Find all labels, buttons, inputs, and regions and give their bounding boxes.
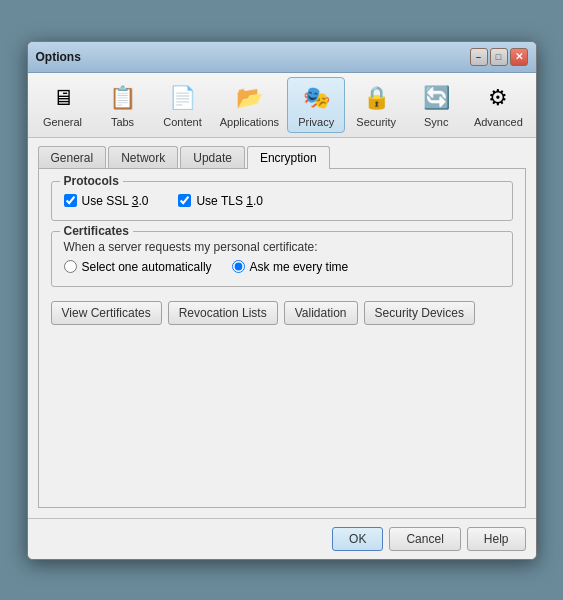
toolbar-item-privacy[interactable]: 🎭 Privacy bbox=[287, 77, 345, 133]
protocols-group: Protocols Use SSL 3.0 Use TLS 1.0 bbox=[51, 181, 513, 221]
ssl-label: Use SSL 3.0 bbox=[82, 194, 149, 208]
radio-auto[interactable] bbox=[64, 260, 77, 273]
radio-row: Select one automatically Ask me every ti… bbox=[64, 260, 500, 274]
tab-update[interactable]: Update bbox=[180, 146, 245, 169]
toolbar-label-advanced: Advanced bbox=[474, 116, 523, 128]
tls-label: Use TLS 1.0 bbox=[196, 194, 263, 208]
advanced-icon: ⚙ bbox=[482, 82, 514, 114]
protocols-row: Use SSL 3.0 Use TLS 1.0 bbox=[64, 194, 500, 208]
window-title: Options bbox=[36, 50, 81, 64]
sync-icon: 🔄 bbox=[420, 82, 452, 114]
ok-button[interactable]: OK bbox=[332, 527, 383, 551]
tls-checkbox-item[interactable]: Use TLS 1.0 bbox=[178, 194, 263, 208]
minimize-button[interactable]: – bbox=[470, 48, 488, 66]
toolbar-item-applications[interactable]: 📂 Applications bbox=[214, 77, 286, 133]
general-icon: 🖥 bbox=[47, 82, 79, 114]
cancel-button[interactable]: Cancel bbox=[389, 527, 460, 551]
ssl-checkbox[interactable] bbox=[64, 194, 77, 207]
certificates-group: Certificates When a server requests my p… bbox=[51, 231, 513, 287]
cert-buttons-row: View Certificates Revocation Lists Valid… bbox=[51, 301, 513, 325]
content-icon: 📄 bbox=[167, 82, 199, 114]
toolbar-label-applications: Applications bbox=[220, 116, 279, 128]
view-certificates-button[interactable]: View Certificates bbox=[51, 301, 162, 325]
toolbar-item-general[interactable]: 🖥 General bbox=[34, 77, 92, 133]
close-button[interactable]: ✕ bbox=[510, 48, 528, 66]
validation-button[interactable]: Validation bbox=[284, 301, 358, 325]
certificates-title: Certificates bbox=[60, 224, 133, 238]
footer: OK Cancel Help bbox=[28, 518, 536, 559]
help-button[interactable]: Help bbox=[467, 527, 526, 551]
tab-general[interactable]: General bbox=[38, 146, 107, 169]
revocation-lists-button[interactable]: Revocation Lists bbox=[168, 301, 278, 325]
toolbar-label-general: General bbox=[43, 116, 82, 128]
radio-auto-label: Select one automatically bbox=[82, 260, 212, 274]
radio-auto-item[interactable]: Select one automatically bbox=[64, 260, 212, 274]
title-bar: Options – □ ✕ bbox=[28, 42, 536, 73]
toolbar-item-tabs[interactable]: 📋 Tabs bbox=[94, 77, 152, 133]
applications-icon: 📂 bbox=[233, 82, 265, 114]
when-server-label: When a server requests my personal certi… bbox=[64, 240, 500, 254]
toolbar-item-content[interactable]: 📄 Content bbox=[154, 77, 212, 133]
toolbar-label-privacy: Privacy bbox=[298, 116, 334, 128]
ssl-checkbox-item[interactable]: Use SSL 3.0 bbox=[64, 194, 149, 208]
tab-network[interactable]: Network bbox=[108, 146, 178, 169]
toolbar-label-tabs: Tabs bbox=[111, 116, 134, 128]
title-bar-controls: – □ ✕ bbox=[470, 48, 528, 66]
privacy-icon: 🎭 bbox=[300, 82, 332, 114]
maximize-button[interactable]: □ bbox=[490, 48, 508, 66]
options-window: Options – □ ✕ 🖥 General 📋 Tabs 📄 Content… bbox=[27, 41, 537, 560]
toolbar-item-security[interactable]: 🔒 Security bbox=[347, 77, 405, 133]
security-icon: 🔒 bbox=[360, 82, 392, 114]
security-devices-button[interactable]: Security Devices bbox=[364, 301, 475, 325]
toolbar-label-sync: Sync bbox=[424, 116, 448, 128]
content-area: General Network Update Encryption Protoc… bbox=[28, 138, 536, 518]
radio-ask[interactable] bbox=[232, 260, 245, 273]
toolbar: 🖥 General 📋 Tabs 📄 Content 📂 Application… bbox=[28, 73, 536, 138]
tab-encryption[interactable]: Encryption bbox=[247, 146, 330, 169]
tabs-icon: 📋 bbox=[107, 82, 139, 114]
radio-ask-item[interactable]: Ask me every time bbox=[232, 260, 349, 274]
toolbar-label-security: Security bbox=[356, 116, 396, 128]
encryption-panel: Protocols Use SSL 3.0 Use TLS 1.0 Certif… bbox=[38, 168, 526, 508]
toolbar-label-content: Content bbox=[163, 116, 202, 128]
protocols-title: Protocols bbox=[60, 174, 123, 188]
radio-ask-label: Ask me every time bbox=[250, 260, 349, 274]
toolbar-item-advanced[interactable]: ⚙ Advanced bbox=[467, 77, 529, 133]
tabs-row: General Network Update Encryption bbox=[38, 146, 526, 169]
tls-checkbox[interactable] bbox=[178, 194, 191, 207]
toolbar-item-sync[interactable]: 🔄 Sync bbox=[407, 77, 465, 133]
